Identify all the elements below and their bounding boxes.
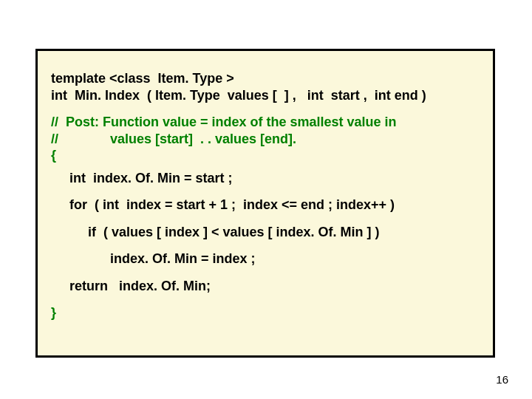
code-block: template <class Item. Type > int Min. In… [35,49,495,358]
code-comment: // values [start] . . values [end]. [51,131,482,148]
page-number: 16 [496,373,508,386]
code-line: if ( values [ index ] < values [ index. … [51,224,482,241]
code-line: } [51,304,482,321]
code-line: { [51,147,482,164]
code-line: int index. Of. Min = start ; [51,170,482,187]
code-line: return index. Of. Min; [51,278,482,295]
code-line: for ( int index = start + 1 ; index <= e… [51,197,482,214]
code-line: index. Of. Min = index ; [51,250,482,267]
code-line: template <class Item. Type > [51,70,482,87]
code-comment: // Post: Function value = index of the s… [51,114,482,131]
slide: template <class Item. Type > int Min. In… [0,0,532,399]
code-line: int Min. Index ( Item. Type values [ ] ,… [51,87,482,104]
